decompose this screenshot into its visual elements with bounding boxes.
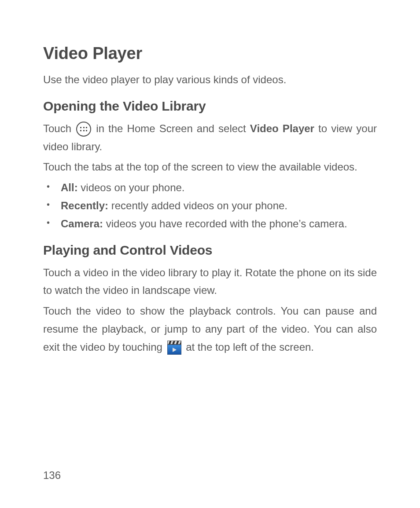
section-heading-playing: Playing and Control Videos [43, 243, 377, 258]
playing-paragraph-1: Touch a video in the video library to pl… [43, 264, 377, 300]
clapperboard-play-icon [167, 341, 181, 355]
text-fragment: in the Home Screen and select [96, 122, 250, 134]
bullet-desc: videos on your phone. [78, 182, 185, 193]
list-item: Camera: videos you have recorded with th… [43, 215, 377, 233]
page-content: Video Player Use the video player to pla… [0, 0, 420, 508]
bullet-label: Recently: [61, 200, 108, 211]
bullet-label: All: [61, 182, 78, 193]
list-item: All: videos on your phone. [43, 179, 377, 197]
text-fragment: at the top left of the screen. [186, 341, 314, 353]
text-bold: Video Player [250, 122, 314, 134]
bullet-label: Camera: [61, 218, 103, 230]
library-paragraph-1: Touch in the Home Screen and select Vide… [43, 120, 377, 156]
apps-grid-icon [76, 122, 91, 137]
text-fragment: Touch [43, 122, 75, 134]
section-heading-library: Opening the Video Library [43, 99, 377, 114]
page-title: Video Player [43, 44, 377, 63]
bullet-desc: videos you have recorded with the phone’… [103, 218, 347, 230]
list-item: Recently: recently added videos on your … [43, 197, 377, 215]
library-paragraph-2: Touch the tabs at the top of the screen … [43, 158, 377, 176]
bullet-desc: recently added videos on your phone. [108, 200, 287, 211]
tabs-bullet-list: All: videos on your phone. Recently: rec… [43, 179, 377, 233]
page-number: 136 [43, 469, 61, 482]
playing-paragraph-2: Touch the video to show the playback con… [43, 302, 377, 356]
intro-paragraph: Use the video player to play various kin… [43, 71, 377, 89]
